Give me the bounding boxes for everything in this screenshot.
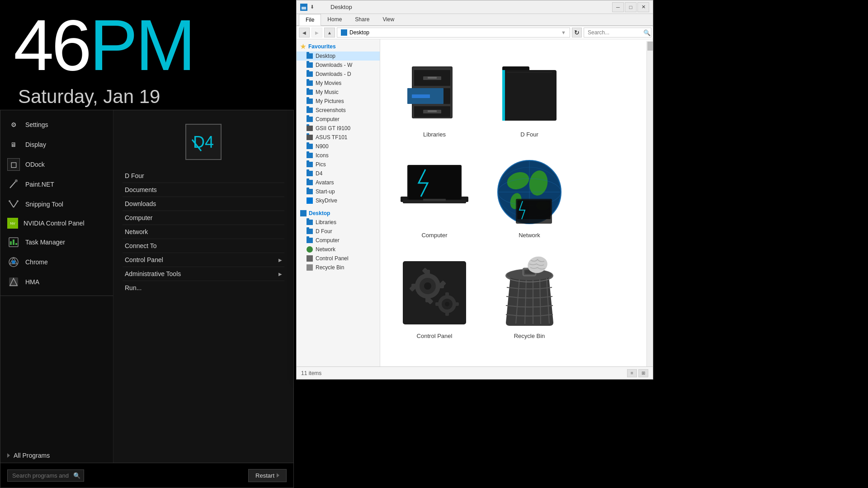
restart-button[interactable]: Restart: [248, 469, 287, 482]
app-hma[interactable]: HMA: [0, 272, 113, 292]
app-chrome[interactable]: Chrome: [0, 252, 113, 272]
sidebar-item-controlpanel2[interactable]: Control Panel: [297, 254, 380, 263]
start-menu-bottom: 🔍 Restart: [0, 463, 293, 488]
start-link-network[interactable]: Network: [123, 225, 284, 239]
up-button[interactable]: ▲: [324, 28, 335, 38]
explorer-search-input[interactable]: [584, 28, 651, 38]
file-explorer-window: ⬇ Desktop ─ □ ✕ File Home Share View ◀ ▶…: [296, 0, 653, 380]
sidebar-item-recyclebin2[interactable]: Recycle Bin: [297, 263, 380, 272]
app-chrome-label: Chrome: [25, 258, 48, 266]
app-taskmanager[interactable]: Task Manager: [0, 232, 113, 252]
libraries-label: Libraries: [423, 131, 446, 138]
sidebar-item-libraries[interactable]: Libraries: [297, 218, 380, 227]
svg-rect-7: [10, 241, 12, 245]
taskmanager-icon: [7, 236, 20, 249]
tab-view[interactable]: View: [376, 14, 401, 25]
svg-rect-8: [13, 239, 14, 245]
scrollbar-thumb[interactable]: [647, 42, 653, 51]
start-link-computer[interactable]: Computer: [123, 211, 284, 225]
grid-view-button[interactable]: ⊞: [638, 369, 648, 377]
start-link-documents[interactable]: Documents: [123, 183, 284, 197]
sidebar-item-computer[interactable]: Computer: [297, 115, 380, 124]
my-music-folder-icon: [307, 89, 313, 95]
titlebar: ⬇ Desktop ─ □ ✕: [297, 0, 653, 14]
app-settings[interactable]: ⚙ Settings: [0, 115, 113, 135]
close-button[interactable]: ✕: [637, 2, 649, 12]
recyclebin-image: [493, 257, 566, 329]
svg-point-4: [9, 200, 10, 202]
sidebar-item-network2[interactable]: Network: [297, 245, 380, 254]
start-link-connect[interactable]: Connect To: [123, 239, 284, 253]
start-link-controlpanel[interactable]: Control Panel ▶: [123, 253, 284, 267]
sidebar-item-dfour2[interactable]: D Four: [297, 227, 380, 236]
address-text: Desktop: [349, 29, 369, 36]
sidebar-item-icons[interactable]: Icons: [297, 151, 380, 160]
start-link-dfour[interactable]: D Four: [123, 169, 284, 183]
sidebar-item-pics[interactable]: Pics: [297, 160, 380, 169]
skydrive-icon: [307, 197, 313, 204]
restart-label: Restart: [255, 472, 274, 479]
window-icon: [300, 4, 307, 11]
icon-dfour[interactable]: D Four: [486, 51, 572, 142]
list-view-button[interactable]: ≡: [627, 369, 637, 377]
start-search-input[interactable]: [7, 469, 84, 482]
back-button[interactable]: ◀: [299, 28, 310, 38]
restart-arrow-icon: [277, 473, 279, 478]
app-odock[interactable]: ◻ ODock: [0, 155, 113, 174]
sidebar-item-screenshots[interactable]: Screenshots: [297, 106, 380, 115]
sidebar-item-gsii[interactable]: GSII GT I9100: [297, 124, 380, 133]
svg-point-11: [12, 260, 15, 264]
icon-computer[interactable]: Computer: [392, 151, 477, 243]
start-link-downloads[interactable]: Downloads: [123, 197, 284, 211]
tab-home[interactable]: Home: [321, 14, 349, 25]
app-settings-label: Settings: [25, 121, 48, 128]
app-nvidia[interactable]: NV NVIDIA Control Panel: [0, 214, 113, 232]
tab-share[interactable]: Share: [349, 14, 376, 25]
refresh-button[interactable]: ↻: [572, 28, 582, 38]
svg-rect-37: [409, 166, 460, 200]
controlpanel2-icon: [307, 255, 313, 262]
avatars-folder-icon: [307, 180, 313, 185]
favourites-header[interactable]: ★ Favourites: [297, 42, 380, 52]
svg-rect-18: [302, 7, 306, 9]
icon-libraries[interactable]: Libraries: [392, 51, 477, 142]
icon-recyclebin[interactable]: Recycle Bin: [486, 252, 572, 344]
app-display[interactable]: 🖥 Display: [0, 135, 113, 155]
all-programs-button[interactable]: All Programs: [0, 448, 113, 463]
icon-controlpanel[interactable]: Control Panel: [392, 252, 477, 344]
sidebar-item-computer2[interactable]: Computer: [297, 236, 380, 245]
sidebar-item-skydrive[interactable]: SkyDrive: [297, 196, 380, 205]
clock-widget: 46PM Saturday, Jan 19: [14, 9, 193, 108]
scrollbar-track[interactable]: [646, 41, 653, 366]
app-paintnet[interactable]: Paint.NET: [0, 174, 113, 194]
tab-file[interactable]: File: [299, 14, 321, 26]
sidebar-item-desktop[interactable]: Desktop: [297, 52, 380, 61]
sidebar-item-asus[interactable]: ASUS TF101: [297, 133, 380, 142]
svg-rect-29: [428, 110, 437, 112]
address-folder-icon: [341, 29, 347, 36]
sidebar-item-startup[interactable]: Start-up: [297, 187, 380, 196]
computer-image: [398, 156, 471, 228]
sidebar-item-downloads-d[interactable]: Downloads - D: [297, 70, 380, 79]
start-link-run[interactable]: Run...: [123, 281, 284, 295]
gsii-folder-icon: [307, 126, 313, 131]
desktop-section-header[interactable]: Desktop: [297, 209, 380, 218]
app-snipping[interactable]: Snipping Tool: [0, 194, 113, 214]
minimize-button[interactable]: ─: [612, 2, 624, 12]
sidebar-item-my-movies[interactable]: My Movies: [297, 79, 380, 88]
sidebar-item-downloads-w[interactable]: Downloads - W: [297, 61, 380, 70]
icon-network[interactable]: Network: [486, 151, 572, 243]
app-display-label: Display: [25, 141, 46, 148]
sidebar-item-my-music[interactable]: My Music: [297, 88, 380, 97]
sidebar-item-n900[interactable]: N900: [297, 142, 380, 151]
start-link-admintools[interactable]: Administrative Tools ▶: [123, 267, 284, 281]
address-path[interactable]: Desktop ▼: [337, 28, 570, 38]
sidebar-item-d4[interactable]: D4: [297, 169, 380, 178]
forward-button[interactable]: ▶: [311, 28, 322, 38]
sidebar-item-avatars[interactable]: Avatars: [297, 178, 380, 187]
svg-line-0: [10, 181, 16, 188]
app-odock-label: ODock: [25, 161, 45, 168]
dfour-label: D Four: [520, 131, 538, 138]
sidebar-item-my-pictures[interactable]: My Pictures: [297, 97, 380, 106]
maximize-button[interactable]: □: [625, 2, 637, 12]
